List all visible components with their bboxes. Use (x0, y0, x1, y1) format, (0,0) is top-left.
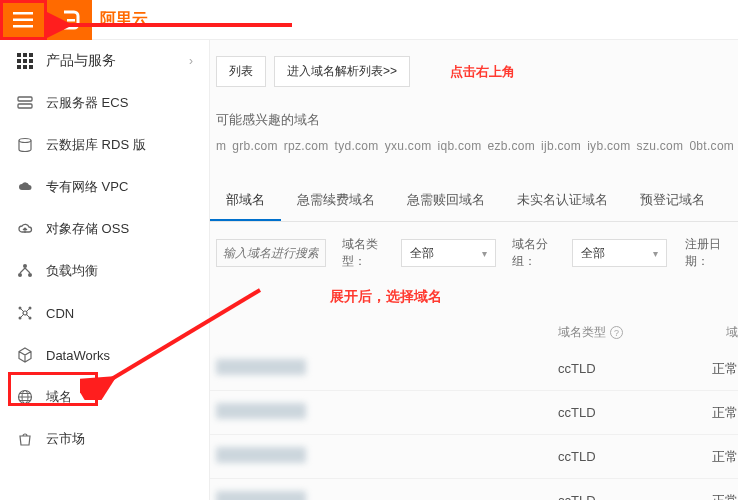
col-status-label: 域 (698, 324, 738, 341)
sidebar-item-oss[interactable]: 对象存储 OSS (0, 208, 209, 250)
server-icon (16, 94, 34, 112)
sidebar-item-label: 云数据库 RDS 版 (46, 136, 146, 154)
sidebar-item-ecs[interactable]: 云服务器 ECS (0, 82, 209, 124)
svg-rect-3 (67, 19, 75, 22)
svg-rect-12 (29, 65, 33, 69)
svg-rect-7 (17, 59, 21, 63)
suggested-domain[interactable]: ijb.com (541, 139, 581, 153)
svg-rect-2 (13, 25, 33, 28)
sidebar-item-vpc[interactable]: 专有网络 VPC (0, 166, 209, 208)
sidebar-item-label: 负载均衡 (46, 262, 98, 280)
sidebar-item-label: 域名 (46, 388, 72, 406)
tab-all[interactable]: 部域名 (210, 181, 281, 221)
suggested-domain[interactable]: 0bt.com (689, 139, 734, 153)
interest-label: 可能感兴趣的域名 (216, 111, 738, 129)
sidebar-head[interactable]: 产品与服务 › (0, 40, 209, 82)
logo-box (47, 0, 92, 40)
svg-point-16 (23, 264, 27, 268)
network-icon (16, 304, 34, 322)
blurred-domain (216, 359, 306, 375)
svg-point-18 (28, 273, 32, 277)
annotation-mid: 展开后，选择域名 (330, 288, 738, 306)
sidebar-item-rds[interactable]: 云数据库 RDS 版 (0, 124, 209, 166)
cell-type: ccTLD (558, 405, 698, 420)
col-type-label: 域名类型 (558, 324, 606, 341)
hamburger-menu[interactable] (0, 0, 45, 40)
table-row[interactable]: ccTLD正常 (210, 391, 738, 435)
cell-status: 正常 (698, 448, 738, 466)
suggested-domain[interactable]: tyd.com (335, 139, 379, 153)
svg-rect-9 (29, 59, 33, 63)
sidebar-item-label: 云市场 (46, 430, 85, 448)
blurred-domain (216, 403, 306, 419)
suggested-domain[interactable]: yxu.com (385, 139, 432, 153)
brand-name: 阿里云 (100, 9, 148, 30)
cube-icon (16, 346, 34, 364)
svg-rect-1 (13, 18, 33, 21)
cell-type: ccTLD (558, 493, 698, 500)
suggested-domain[interactable]: ezb.com (488, 139, 535, 153)
tab-unverified[interactable]: 未实名认证域名 (501, 181, 624, 221)
tabs: 部域名 急需续费域名 急需赎回域名 未实名认证域名 预登记域名 (210, 181, 738, 222)
suggested-domain[interactable]: rpz.com (284, 139, 329, 153)
chevron-right-icon: › (189, 54, 193, 68)
sidebar-head-label: 产品与服务 (46, 52, 116, 70)
grid-icon (16, 52, 34, 70)
tab-renew[interactable]: 急需续费域名 (281, 181, 391, 221)
cloud-upload-icon (16, 220, 34, 238)
list-button[interactable]: 列表 (216, 56, 266, 87)
search-input[interactable] (216, 239, 326, 267)
sidebar-item-label: 对象存储 OSS (46, 220, 129, 238)
cell-status: 正常 (698, 492, 738, 501)
database-icon (16, 136, 34, 154)
caret-down-icon: ▾ (482, 248, 487, 259)
cell-status: 正常 (698, 360, 738, 378)
cell-type: ccTLD (558, 449, 698, 464)
filter-group-label: 域名分组： (512, 236, 565, 270)
table-row[interactable]: ccTLD正常 (210, 347, 738, 391)
suggested-domains: mgrb.comrpz.comtyd.comyxu.comiqb.comezb.… (216, 139, 738, 153)
cloud-lock-icon (16, 178, 34, 196)
globe-icon (16, 388, 34, 406)
brand-bracket-icon (58, 8, 82, 32)
sidebar: 产品与服务 › 云服务器 ECS 云数据库 RDS 版 专有网络 VPC 对象存… (0, 40, 210, 500)
goto-parse-button[interactable]: 进入域名解析列表>> (274, 56, 410, 87)
svg-rect-13 (18, 97, 32, 101)
svg-rect-10 (17, 65, 21, 69)
cell-status: 正常 (698, 404, 738, 422)
svg-rect-8 (23, 59, 27, 63)
sidebar-item-label: 专有网络 VPC (46, 178, 128, 196)
sidebar-item-domain[interactable]: 域名 (0, 376, 209, 418)
suggested-domain[interactable]: iyb.com (587, 139, 630, 153)
filter-regdate-label: 注册日期： (685, 236, 738, 270)
type-select[interactable]: 全部▾ (401, 239, 496, 267)
svg-rect-14 (18, 104, 32, 108)
group-select[interactable]: 全部▾ (572, 239, 667, 267)
sidebar-item-dataworks[interactable]: DataWorks (0, 334, 209, 376)
help-icon[interactable]: ? (610, 326, 623, 339)
svg-point-17 (18, 273, 22, 277)
svg-rect-4 (17, 53, 21, 57)
suggested-domain[interactable]: szu.com (637, 139, 684, 153)
svg-point-15 (19, 139, 31, 143)
sidebar-item-slb[interactable]: 负载均衡 (0, 250, 209, 292)
svg-rect-6 (29, 53, 33, 57)
sidebar-item-market[interactable]: 云市场 (0, 418, 209, 460)
tab-prereg[interactable]: 预登记域名 (624, 181, 721, 221)
suggested-domain[interactable]: grb.com (232, 139, 277, 153)
type-select-value: 全部 (410, 245, 434, 262)
hamburger-icon (13, 12, 33, 28)
table-row[interactable]: ccTLD正常 (210, 479, 738, 500)
bag-icon (16, 430, 34, 448)
sidebar-item-label: 云服务器 ECS (46, 94, 128, 112)
tab-redeem[interactable]: 急需赎回域名 (391, 181, 501, 221)
suggested-domain[interactable]: iqb.com (437, 139, 481, 153)
suggested-domain[interactable]: m (216, 139, 226, 153)
loadbalance-icon (16, 262, 34, 280)
annotation-top: 点击右上角 (450, 63, 515, 81)
sidebar-item-cdn[interactable]: CDN (0, 292, 209, 334)
filter-type-label: 域名类型： (342, 236, 395, 270)
table-row[interactable]: ccTLD正常 (210, 435, 738, 479)
sidebar-item-label: CDN (46, 306, 74, 321)
svg-rect-5 (23, 53, 27, 57)
